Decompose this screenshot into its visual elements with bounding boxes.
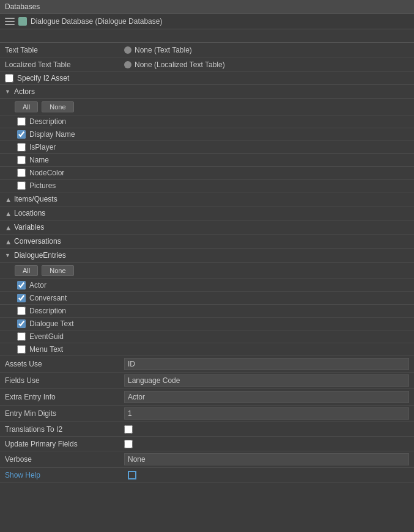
database-row[interactable]: Dialogue Database (Dialogue Database)	[0, 14, 414, 29]
actor-displayname-label: Display Name	[29, 130, 75, 139]
verbose-value[interactable]: None	[124, 453, 409, 465]
databases-label: Databases	[5, 2, 40, 11]
actors-none-button[interactable]: None	[42, 101, 73, 112]
specify-i2-label: Specify I2 Asset	[17, 74, 69, 82]
actor-description-row: Description	[0, 115, 414, 128]
actor-nodecolor-label: NodeColor	[29, 169, 64, 177]
text-table-row: Text Table None (Text Table)	[0, 43, 414, 57]
entry-min-digits-value[interactable]: 1	[124, 407, 409, 420]
fields-use-row: Fields Use Language Code	[0, 373, 414, 389]
assets-use-value[interactable]: ID	[124, 358, 409, 370]
dialogue-entries-all-none-row: All None	[0, 263, 414, 279]
localized-text-table-value-container: None (Localized Text Table)	[124, 60, 409, 69]
translations-to-i2-row: Translations To I2	[0, 422, 414, 437]
locations-label: Locations	[14, 209, 45, 217]
actor-isplayer-row: IsPlayer	[0, 141, 414, 154]
text-table-value-container: None (Text Table)	[124, 46, 409, 54]
dialogue-entries-triangle: ▼	[5, 252, 11, 258]
items-quests-triangle: ▶	[5, 196, 11, 202]
actor-nodecolor-row: NodeColor	[0, 167, 414, 180]
hamburger-icon[interactable]	[5, 18, 15, 25]
specify-i2-checkbox[interactable]	[5, 74, 13, 82]
databases-header: Databases	[0, 0, 414, 14]
dialogue-entries-all-button[interactable]: All	[15, 265, 38, 276]
translations-to-i2-checkbox[interactable]	[124, 425, 133, 434]
de-eventguid-checkbox[interactable]	[17, 332, 26, 341]
verbose-row: Verbose None	[0, 451, 414, 468]
show-help-row: Show Help	[0, 468, 414, 483]
de-menu-text-row: Menu Text	[0, 343, 414, 356]
items-quests-header[interactable]: ▶ Items/Quests	[0, 192, 414, 206]
de-description-row: Description	[0, 305, 414, 318]
actor-description-label: Description	[29, 117, 66, 126]
localized-text-table-value: None (Localized Text Table)	[135, 60, 225, 69]
conversations-label: Conversations	[14, 237, 61, 246]
locations-triangle: ▶	[5, 210, 11, 216]
entry-min-digits-row: Entry Min Digits 1	[0, 406, 414, 422]
show-help-label[interactable]: Show Help	[5, 471, 124, 479]
variables-header[interactable]: ▶ Variables	[0, 220, 414, 235]
locations-header[interactable]: ▶ Locations	[0, 206, 414, 220]
assets-use-label: Assets Use	[5, 360, 124, 368]
actor-nodecolor-checkbox[interactable]	[17, 169, 26, 177]
dialogue-entries-none-button[interactable]: None	[42, 265, 73, 276]
extra-entry-info-value[interactable]: Actor	[124, 391, 409, 403]
actors-label: Actors	[14, 87, 35, 96]
de-actor-checkbox[interactable]	[17, 281, 26, 290]
de-actor-row: Actor	[0, 279, 414, 292]
actors-section-header[interactable]: ▼ Actors	[0, 85, 414, 99]
actor-isplayer-checkbox[interactable]	[17, 143, 26, 151]
actors-all-none-row: All None	[0, 99, 414, 115]
de-eventguid-label: EventGuid	[29, 332, 64, 341]
assets-use-row: Assets Use ID	[0, 356, 414, 373]
actor-pictures-row: Pictures	[0, 180, 414, 192]
localized-text-table-label: Localized Text Table	[5, 60, 124, 69]
de-eventguid-row: EventGuid	[0, 330, 414, 343]
database-name: Dialogue Database (Dialogue Database)	[31, 17, 162, 26]
fields-use-value[interactable]: Language Code	[124, 374, 409, 387]
update-primary-fields-row: Update Primary Fields	[0, 437, 414, 451]
update-primary-fields-checkbox[interactable]	[124, 440, 133, 448]
extra-entry-info-label: Extra Entry Info	[5, 393, 124, 401]
database-icon	[18, 17, 27, 26]
de-conversant-label: Conversant	[29, 294, 67, 302]
items-quests-label: Items/Quests	[14, 195, 57, 203]
actor-description-checkbox[interactable]	[17, 117, 26, 126]
de-conversant-checkbox[interactable]	[17, 294, 26, 302]
dialogue-entries-header[interactable]: ▼ DialogueEntries	[0, 249, 414, 263]
variables-label: Variables	[14, 223, 44, 231]
conversations-header[interactable]: ▶ Conversations	[0, 235, 414, 249]
actor-pictures-checkbox[interactable]	[17, 181, 26, 190]
actor-pictures-label: Pictures	[29, 181, 56, 190]
de-description-label: Description	[29, 307, 66, 315]
actor-displayname-checkbox[interactable]	[17, 130, 26, 139]
actor-name-checkbox[interactable]	[17, 156, 26, 164]
actor-displayname-row: Display Name	[0, 128, 414, 141]
show-help-checkbox[interactable]	[128, 471, 136, 479]
verbose-label: Verbose	[5, 455, 124, 464]
actor-isplayer-label: IsPlayer	[29, 143, 56, 151]
variables-triangle: ▶	[5, 224, 11, 230]
translations-to-i2-label: Translations To I2	[5, 425, 124, 434]
de-dialogue-text-label: Dialogue Text	[29, 319, 74, 328]
text-table-label: Text Table	[5, 46, 124, 54]
de-menu-text-checkbox[interactable]	[17, 345, 26, 354]
entry-min-digits-label: Entry Min Digits	[5, 409, 124, 418]
update-primary-fields-label: Update Primary Fields	[5, 440, 124, 448]
de-actor-label: Actor	[29, 281, 46, 290]
de-description-checkbox[interactable]	[17, 307, 26, 315]
actor-name-label: Name	[29, 156, 49, 164]
text-table-none-icon	[124, 46, 131, 54]
de-dialogue-text-checkbox[interactable]	[17, 319, 26, 328]
actors-triangle: ▼	[5, 89, 11, 95]
de-menu-text-label: Menu Text	[29, 345, 63, 354]
conversations-triangle: ▶	[5, 238, 11, 244]
actors-all-button[interactable]: All	[15, 101, 38, 112]
de-dialogue-text-row: Dialogue Text	[0, 318, 414, 330]
actor-name-row: Name	[0, 154, 414, 167]
de-conversant-row: Conversant	[0, 292, 414, 305]
spacer	[0, 29, 414, 43]
localized-text-table-none-icon	[124, 61, 131, 68]
fields-use-label: Fields Use	[5, 376, 124, 385]
text-table-value: None (Text Table)	[135, 46, 192, 54]
